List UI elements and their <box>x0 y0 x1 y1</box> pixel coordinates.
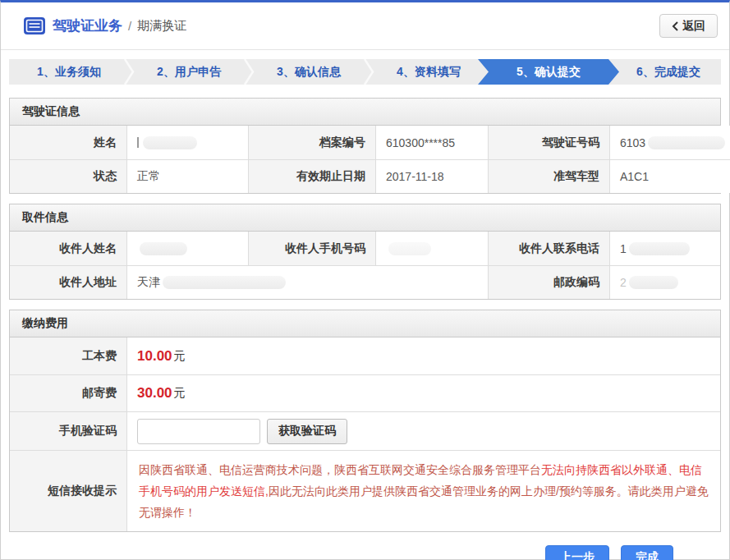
field-value-valid-until: 2017-11-18 <box>375 159 488 193</box>
step-separator-icon <box>363 59 374 85</box>
field-label-recipient-name: 收件人姓名 <box>10 232 126 265</box>
field-label-sms-notice: 短信接收提示 <box>10 450 126 531</box>
field-label-file-number: 档案编号 <box>248 126 375 159</box>
redacted-value <box>163 276 286 289</box>
field-label-name: 姓名 <box>10 126 126 159</box>
license-info-table: 姓名 档案编号 610300****85 驾驶证号码 6103〈 状态 正常 有… <box>10 126 720 193</box>
field-label-production-fee: 工本费 <box>10 337 126 374</box>
get-sms-code-button[interactable]: 获取验证码 <box>267 419 347 444</box>
step-separator-icon <box>123 59 135 85</box>
main-content: 驾驶证信息 姓名 档案编号 610300****85 驾驶证号码 6103〈 状… <box>1 85 729 560</box>
fee-amount: 30.00 <box>137 385 172 402</box>
back-button-label: 返回 <box>682 19 705 34</box>
pickup-info-panel: 取件信息 收件人姓名 收件人手机号码 收件人联系电话 1 收件人地址 天津 邮政… <box>9 204 721 300</box>
license-info-title: 驾驶证信息 <box>10 99 720 126</box>
field-label-sms-code: 手机验证码 <box>10 411 126 450</box>
sms-code-input[interactable] <box>137 419 260 444</box>
field-label-status: 状态 <box>10 159 126 193</box>
field-value-recipient-phone: 1 <box>609 232 720 265</box>
redacted-value <box>629 276 678 289</box>
field-label-recipient-mobile: 收件人手机号码 <box>248 232 375 265</box>
redacted-value <box>648 136 725 149</box>
chevron-left-icon <box>672 21 678 31</box>
step-1-business-notice[interactable]: 1、业务须知 <box>9 59 129 85</box>
notice-segment: 因陕西省联通、电信运营商技术问题，陕西省互联网交通安全综合服务管理平台 <box>139 463 541 476</box>
redacted-value <box>140 242 187 255</box>
fee-unit: 元 <box>174 349 186 364</box>
redacted-value <box>629 242 690 255</box>
step-5-confirm-submit-active[interactable]: 5、确认提交 <box>478 59 619 85</box>
previous-step-button[interactable]: 上一步 <box>545 545 609 560</box>
field-value-name <box>126 126 248 159</box>
field-value-license-number: 6103〈 <box>609 126 730 159</box>
fees-title: 缴纳费用 <box>10 310 720 337</box>
field-value-recipient-name <box>126 232 248 265</box>
redacted-remnant <box>137 137 139 148</box>
redacted-value <box>388 242 431 255</box>
field-label-license-number: 驾驶证号码 <box>488 126 609 159</box>
field-label-vehicle-class: 准驾车型 <box>488 159 609 193</box>
field-value-status: 正常 <box>126 159 248 193</box>
step-wizard: 1、业务须知 2、用户申告 3、确认信息 4、资料填写 5、确认提交 6、完成提… <box>9 59 721 85</box>
step-6-complete-submit[interactable]: 6、完成提交 <box>608 59 721 85</box>
step-3-confirm-info[interactable]: 3、确认信息 <box>249 59 369 85</box>
form-actions: 上一步 完成 <box>9 542 721 560</box>
step-separator-icon <box>243 59 255 85</box>
fee-unit: 元 <box>174 386 186 401</box>
page-title: 驾驶证业务 <box>53 16 122 35</box>
field-value-recipient-address: 天津 <box>126 265 488 299</box>
field-value-postal-code: 2 <box>609 265 720 299</box>
field-value-mailing-fee: 30.00元 <box>126 374 720 411</box>
sms-notice-text: 因陕西省联通、电信运营商技术问题，陕西省互联网交通安全综合服务管理平台无法向持陕… <box>137 456 710 526</box>
field-value-vehicle-class: A1C1 <box>609 159 730 193</box>
breadcrumb-current: 期满换证 <box>137 18 186 34</box>
step-2-user-declaration[interactable]: 2、用户申告 <box>129 59 249 85</box>
fee-amount: 10.00 <box>137 348 172 365</box>
finish-button[interactable]: 完成 <box>621 545 673 560</box>
redacted-value <box>143 136 197 149</box>
breadcrumb-separator: / <box>128 19 131 33</box>
field-value-file-number: 610300****85 <box>375 126 488 159</box>
page: 驾驶证业务 / 期满换证 返回 1、业务须知 2、用户申告 3、确认信息 4、资… <box>0 0 730 560</box>
field-label-recipient-phone: 收件人联系电话 <box>488 232 609 265</box>
pickup-info-table: 收件人姓名 收件人手机号码 收件人联系电话 1 收件人地址 天津 邮政编码 2 <box>10 232 720 299</box>
field-label-postal-code: 邮政编码 <box>488 265 609 299</box>
header: 驾驶证业务 / 期满换证 返回 <box>1 2 729 50</box>
license-info-panel: 驾驶证信息 姓名 档案编号 610300****85 驾驶证号码 6103〈 状… <box>9 98 721 194</box>
fees-table: 工本费 10.00元 邮寄费 30.00元 手机验证码 获取验证码 短信接收提示… <box>10 337 720 531</box>
field-label-mailing-fee: 邮寄费 <box>10 374 126 411</box>
field-sms-notice: 因陕西省联通、电信运营商技术问题，陕西省互联网交通安全综合服务管理平台无法向持陕… <box>126 450 720 531</box>
field-sms-code: 获取验证码 <box>126 411 720 450</box>
pickup-info-title: 取件信息 <box>10 204 720 232</box>
field-label-recipient-address: 收件人地址 <box>10 265 126 299</box>
step-4-fill-materials[interactable]: 4、资料填写 <box>369 59 489 85</box>
field-value-recipient-mobile <box>375 232 488 265</box>
back-button[interactable]: 返回 <box>659 14 718 38</box>
field-value-production-fee: 10.00元 <box>126 337 720 374</box>
redacted-remnant: 〈 <box>725 135 730 150</box>
field-label-valid-until: 有效期止日期 <box>248 159 375 193</box>
fees-panel: 缴纳费用 工本费 10.00元 邮寄费 30.00元 手机验证码 获取验证码 短… <box>9 310 721 532</box>
license-card-icon <box>24 17 45 34</box>
